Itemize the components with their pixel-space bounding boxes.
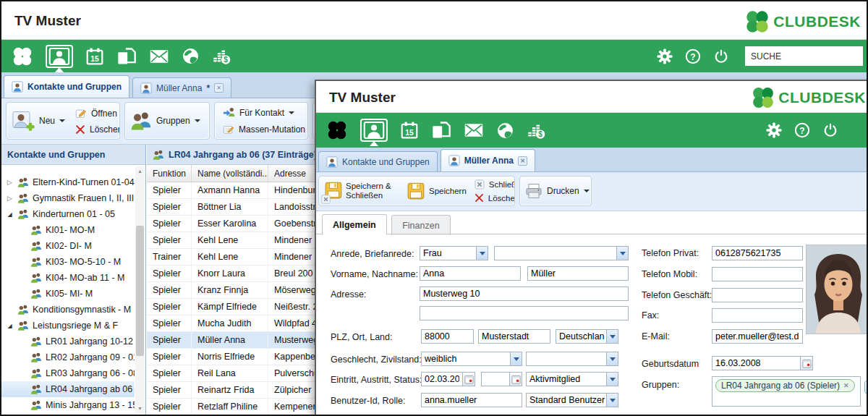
chevron-down-icon[interactable] bbox=[606, 330, 618, 343]
plz-input[interactable] bbox=[421, 329, 474, 344]
chevron-down-icon[interactable] bbox=[616, 247, 628, 260]
benutzer-id-input[interactable] bbox=[421, 393, 522, 407]
scroll-up-icon[interactable] bbox=[135, 166, 145, 176]
status-select[interactable]: Aktivmitglied bbox=[526, 372, 618, 386]
email-input[interactable] bbox=[712, 329, 803, 344]
scroll-down-icon[interactable] bbox=[135, 404, 145, 413]
close-tab-icon[interactable] bbox=[214, 83, 224, 93]
land-select[interactable]: Deutschland bbox=[556, 329, 618, 344]
tree-item[interactable]: Konditionsgymnastik - M bbox=[1, 302, 135, 318]
help-icon[interactable] bbox=[685, 48, 701, 64]
adresse1-input[interactable] bbox=[420, 286, 629, 301]
search-input[interactable] bbox=[745, 46, 863, 66]
tree-item[interactable]: Minis Jahrgang 13 - 15 bbox=[1, 397, 135, 413]
austritt-datepicker-icon[interactable] bbox=[510, 372, 522, 386]
tab-kontakte-und-gruppen[interactable]: Kontakte und Gruppen bbox=[4, 75, 129, 98]
eintritt-input[interactable] bbox=[421, 372, 463, 386]
loeschen-button[interactable]: Löschen bbox=[472, 192, 515, 203]
rolle-select[interactable]: Standard Benutzer bbox=[526, 393, 618, 407]
chevron-down-icon[interactable] bbox=[606, 394, 618, 407]
home-button[interactable] bbox=[12, 46, 33, 67]
tree-expand-icon[interactable] bbox=[6, 179, 14, 186]
power-icon[interactable] bbox=[822, 122, 838, 138]
scrollbar-thumb[interactable] bbox=[136, 226, 144, 356]
tab-kontakte-und-gruppen[interactable]: Kontakte und Gruppen bbox=[318, 151, 438, 171]
speichern-button[interactable]: Speichern bbox=[401, 180, 472, 202]
help-icon[interactable] bbox=[794, 122, 810, 138]
contact-photo[interactable] bbox=[806, 245, 868, 334]
contacts-button[interactable] bbox=[360, 119, 388, 142]
fax-input[interactable] bbox=[712, 308, 803, 323]
mail-button[interactable] bbox=[464, 120, 484, 140]
tel-geschaeft-input[interactable] bbox=[712, 288, 803, 302]
tree-item[interactable]: KI02- DI- M bbox=[1, 238, 135, 254]
neu-button[interactable]: Neu bbox=[7, 109, 70, 133]
tel-privat-input[interactable] bbox=[712, 246, 803, 260]
nachname-input[interactable] bbox=[527, 266, 629, 281]
anrede-select[interactable]: Frau bbox=[420, 246, 488, 260]
gruppen-chip[interactable]: LR04 Jahrgang ab 06 (Spieler) bbox=[715, 379, 855, 392]
tree-item[interactable]: KI01- MO-M bbox=[1, 222, 135, 238]
vorname-input[interactable] bbox=[420, 266, 521, 281]
tree-expand-icon[interactable] bbox=[6, 211, 14, 218]
tree-item[interactable]: Kinderturnen 01 - 05 bbox=[1, 206, 135, 222]
geburtsdatum-input[interactable] bbox=[712, 356, 801, 370]
tree-expand-icon[interactable] bbox=[6, 195, 14, 202]
chevron-down-icon[interactable] bbox=[510, 352, 522, 365]
calendar-button[interactable] bbox=[400, 121, 419, 140]
tel-mobil-input[interactable] bbox=[712, 267, 803, 281]
gruppen-box[interactable]: LR04 Jahrgang ab 06 (Spieler) bbox=[712, 376, 861, 407]
tree-item[interactable]: Gymnastik Frauen I, II, III bbox=[1, 190, 135, 206]
eintritt-datepicker-icon[interactable] bbox=[463, 372, 475, 386]
power-icon[interactable] bbox=[713, 48, 729, 64]
column-name[interactable]: Name (vollständi... bbox=[192, 165, 268, 182]
finance-button[interactable] bbox=[527, 121, 546, 140]
close-tab-icon[interactable] bbox=[518, 156, 527, 166]
tree-item[interactable]: KI03- MO-5-10 - M bbox=[1, 254, 135, 270]
tree-item[interactable]: LR04 Jahrgang ab 06 bbox=[1, 381, 135, 397]
geschlecht-select[interactable]: weiblich bbox=[421, 352, 522, 366]
calendar-button[interactable] bbox=[85, 47, 104, 66]
briefanrede-select[interactable] bbox=[494, 246, 629, 260]
tree-item[interactable]: LR02 Jahrgang 09 - 01 bbox=[1, 349, 135, 365]
fuer-kontakt-button[interactable]: Für Kontakt bbox=[218, 105, 308, 120]
adresse2-input[interactable] bbox=[420, 306, 629, 321]
tree-item[interactable]: KI05- MI- M bbox=[1, 286, 135, 302]
ort-input[interactable] bbox=[478, 329, 550, 344]
add-group-button[interactable] bbox=[864, 381, 868, 394]
drucken-button[interactable]: Drucken bbox=[520, 181, 592, 201]
gruppen-button[interactable]: Gruppen bbox=[125, 109, 205, 133]
globe-button[interactable] bbox=[496, 122, 514, 140]
home-button[interactable] bbox=[326, 119, 348, 141]
globe-button[interactable] bbox=[182, 47, 200, 65]
tree-expand-icon[interactable] bbox=[6, 322, 14, 329]
tree-item[interactable]: KI04- MO-ab 11 - M bbox=[1, 270, 135, 286]
chevron-down-icon[interactable] bbox=[476, 247, 488, 260]
oeffnen-button[interactable]: Öffnen bbox=[70, 106, 120, 121]
loeschen-button[interactable]: Löschen bbox=[70, 123, 120, 136]
tree-item[interactable]: Leistungsriege M & F bbox=[1, 318, 135, 334]
tab-mueller-anna[interactable]: Müller Anna * bbox=[132, 77, 231, 98]
gear-icon[interactable] bbox=[766, 122, 782, 138]
subtab[interactable]: Allgemein bbox=[322, 214, 387, 235]
column-funktion[interactable]: Funktion bbox=[147, 165, 192, 182]
massen-mutation-button[interactable]: Massen-Mutation bbox=[218, 122, 308, 137]
remove-chip-icon[interactable] bbox=[843, 382, 849, 389]
tree-item[interactable]: LR01 Jahrgang 10-12 bbox=[1, 334, 135, 349]
chevron-down-icon[interactable] bbox=[606, 373, 618, 386]
chevron-down-icon[interactable] bbox=[606, 352, 618, 365]
tree-scrollbar[interactable] bbox=[135, 166, 145, 413]
tree-item[interactable]: LR03 Jahrgang 06 - 08 bbox=[1, 365, 135, 381]
zivilstand-select[interactable] bbox=[526, 352, 618, 366]
tree-item[interactable]: Eltern-Kind-Turnen 01-04 bbox=[1, 174, 135, 190]
documents-button[interactable] bbox=[431, 120, 451, 140]
documents-button[interactable] bbox=[116, 46, 137, 67]
mail-button[interactable] bbox=[149, 46, 169, 67]
subtab[interactable]: Finanzen bbox=[391, 215, 450, 235]
geburtsdatum-datepicker-icon[interactable] bbox=[801, 356, 813, 370]
finance-button[interactable] bbox=[212, 46, 231, 66]
schliessen-button[interactable]: Schließen bbox=[472, 179, 515, 190]
tab-mueller-anna[interactable]: Müller Anna bbox=[441, 149, 535, 171]
austritt-input[interactable] bbox=[481, 372, 510, 386]
speichern-schliessen-button[interactable]: Speichern & Schließen bbox=[319, 179, 401, 203]
